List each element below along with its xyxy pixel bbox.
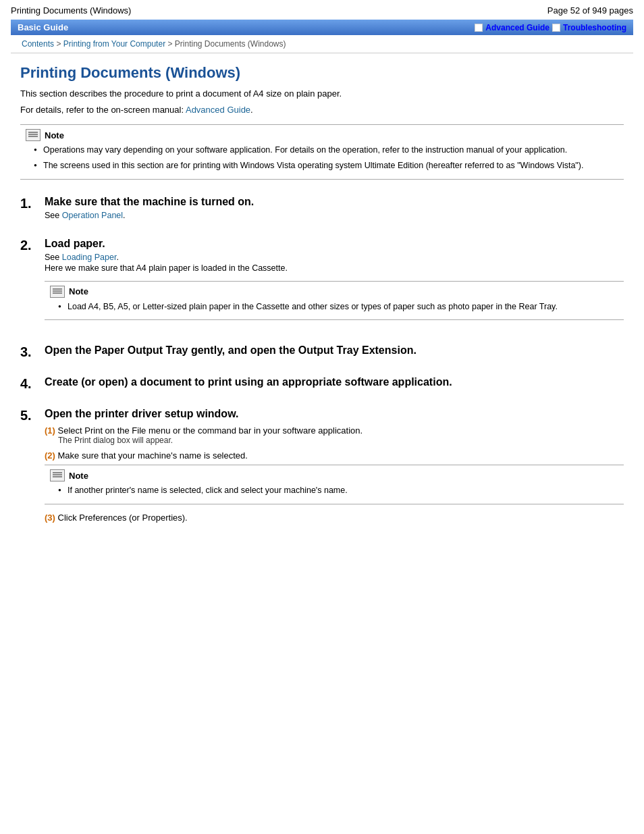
intro-text-2: For details, refer to the on-screen manu… <box>20 103 624 117</box>
sub-step-1: (1) Select Print on the File menu or the… <box>45 425 624 445</box>
note-item: Operations may vary depending on your so… <box>34 144 618 157</box>
sub-step-2-text: Make sure that your machine's name is se… <box>58 450 248 461</box>
step-4-content: Create (or open) a document to print usi… <box>45 376 624 391</box>
note-item: The screens used in this section are for… <box>34 159 618 172</box>
note-icon-1 <box>26 129 41 141</box>
breadcrumb-current: Printing Documents (Windows) <box>175 39 286 49</box>
page-title: Printing Documents (Windows) <box>20 64 624 82</box>
step-1-title: Make sure that the machine is turned on. <box>45 196 624 208</box>
sub-step-1-text: Select Print on the File menu or the com… <box>58 425 363 436</box>
breadcrumb: Contents > Printing from Your Computer >… <box>11 35 633 53</box>
step-1-number: 1. <box>20 196 45 211</box>
page-info: Page 52 of 949 pages <box>547 5 633 16</box>
breadcrumb-printing-from[interactable]: Printing from Your Computer <box>63 39 165 49</box>
step-3-title: Open the Paper Output Tray gently, and o… <box>45 344 624 357</box>
note-icon-2 <box>50 286 65 298</box>
sub-step-2-num: (2) <box>45 450 55 461</box>
page-header: Printing Documents (Windows) Page 52 of … <box>0 0 644 20</box>
note-list-2: Load A4, B5, A5, or Letter-sized plain p… <box>50 301 618 313</box>
step-1-link[interactable]: Operation Panel <box>62 211 123 220</box>
step-2-number: 2. <box>20 238 45 253</box>
document-title: Printing Documents (Windows) <box>11 5 131 16</box>
step-4-title: Create (or open) a document to print usi… <box>45 376 624 388</box>
step-3-content: Open the Paper Output Tray gently, and o… <box>45 344 624 359</box>
step-5-number: 5. <box>20 408 45 423</box>
note-icon-3 <box>50 469 65 481</box>
step-5-content: Open the printer driver setup window. (1… <box>45 408 624 525</box>
note-list-3: If another printer's name is selected, c… <box>50 484 618 497</box>
step-2-here-text: Here we make sure that A4 plain paper is… <box>45 263 624 273</box>
advanced-guide-link[interactable]: Advanced Guide <box>485 23 549 32</box>
nav-bar-right: Advanced Guide Troubleshooting <box>475 23 626 32</box>
step-2-link[interactable]: Loading Paper <box>62 253 117 262</box>
step-2: 2. Load paper. See Loading Paper. Here w… <box>20 238 624 329</box>
step-2-content: Load paper. See Loading Paper. Here we m… <box>45 238 624 329</box>
step-5: 5. Open the printer driver setup window.… <box>20 408 624 525</box>
step-2-sub: See Loading Paper. <box>45 253 624 262</box>
breadcrumb-contents[interactable]: Contents <box>22 39 54 49</box>
step-2-title: Load paper. <box>45 238 624 250</box>
step-4: 4. Create (or open) a document to print … <box>20 376 624 392</box>
step-4-number: 4. <box>20 376 45 392</box>
advanced-guide-intro-link[interactable]: Advanced Guide <box>186 105 250 115</box>
step-1-sub: See Operation Panel. <box>45 211 624 220</box>
advanced-guide-checkbox[interactable] <box>475 24 483 32</box>
sub-step-2: (2) Make sure that your machine's name i… <box>45 450 624 504</box>
step-3: 3. Open the Paper Output Tray gently, an… <box>20 344 624 360</box>
basic-guide-label: Basic Guide <box>18 22 68 32</box>
sub-step-1-note: The Print dialog box will appear. <box>58 436 624 445</box>
note-header-3: Note <box>50 469 618 481</box>
sub-step-3: (3) Click Preferences (or Properties). <box>45 513 624 523</box>
step-1: 1. Make sure that the machine is turned … <box>20 196 624 221</box>
note-header-2: Note <box>50 286 618 298</box>
step-3-number: 3. <box>20 344 45 360</box>
step-1-content: Make sure that the machine is turned on.… <box>45 196 624 221</box>
note-header-1: Note <box>26 129 618 141</box>
note-box-3: Note If another printer's name is select… <box>45 465 624 504</box>
note-box-1: Note Operations may vary depending on yo… <box>20 124 624 180</box>
troubleshooting-checkbox[interactable] <box>552 24 560 32</box>
troubleshooting-link[interactable]: Troubleshooting <box>563 23 626 32</box>
sub-step-3-num: (3) <box>45 513 55 523</box>
intro-text-1: This section describes the procedure to … <box>20 87 624 101</box>
note-box-2: Note Load A4, B5, A5, or Letter-sized pl… <box>45 281 624 321</box>
nav-bar: Basic Guide Advanced Guide Troubleshooti… <box>11 20 633 35</box>
note-item: If another printer's name is selected, c… <box>58 484 618 497</box>
main-content: Printing Documents (Windows) This sectio… <box>0 53 644 542</box>
sub-step-1-num: (1) <box>45 425 55 436</box>
note-list-1: Operations may vary depending on your so… <box>26 144 618 172</box>
note-item: Load A4, B5, A5, or Letter-sized plain p… <box>58 301 618 313</box>
step-5-title: Open the printer driver setup window. <box>45 408 624 420</box>
sub-step-3-text: Click Preferences (or Properties). <box>58 513 188 523</box>
